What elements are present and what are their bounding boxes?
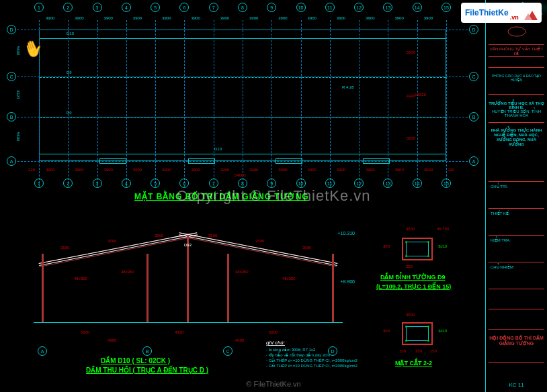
dimension: 3900	[278, 16, 287, 20]
dimension-total: 16520	[415, 93, 426, 97]
drawing-canvas[interactable]: D10 D9 D9 R.4.28 D10 1139003900223900390…	[0, 0, 485, 392]
dim: 300	[383, 244, 390, 248]
axis-bubble: 4	[122, 179, 131, 188]
dimension: 220	[28, 168, 35, 172]
axis-bubble: B	[469, 112, 478, 121]
axis-bubble: 10	[296, 179, 306, 188]
dimension: 3900	[46, 168, 54, 172]
dim: 4300	[108, 338, 116, 342]
dimension: 3900	[366, 16, 374, 20]
tb-logo-icon	[489, 26, 544, 40]
section-title-1: DẦM D10 ( SL: 02CK )	[101, 357, 170, 364]
logo-pyramid-icon-2	[524, 13, 532, 20]
dimension: 3900	[249, 16, 258, 20]
seg: 3500	[108, 239, 116, 243]
baseline	[34, 322, 343, 323]
elev-eave: +8.900	[340, 279, 355, 284]
axis-bubble: 10	[296, 3, 306, 12]
grid-line	[17, 77, 468, 77]
seg: 3500	[255, 239, 264, 243]
detail-subtitle: (L=109.2, TRỤC 1 ĐẾN 15)	[376, 283, 451, 290]
column	[332, 254, 334, 322]
dimension: 3900	[133, 16, 142, 20]
note-label: R.4.28	[342, 85, 354, 89]
rebar-icon	[405, 326, 407, 328]
app-logo: FileThietKe .vn	[461, 3, 542, 23]
logo-suffix: .vn	[510, 14, 519, 21]
tb-sheet-no: KC 11	[489, 382, 544, 388]
column	[227, 254, 229, 322]
dimension: 3900	[366, 168, 374, 172]
mark: 48x350	[121, 270, 134, 274]
tb-row: KIỂM TRA:	[489, 235, 544, 244]
rebar-icon	[405, 340, 407, 342]
tb-row: CHỦ NHIỆM:	[489, 262, 544, 271]
dim: 150	[430, 349, 437, 353]
ridge-post	[187, 235, 189, 322]
axis-bubble: 14	[413, 3, 422, 12]
axis-bubble: C	[469, 72, 478, 81]
axis-bubble: 15	[441, 3, 451, 12]
note-item: - Cốt THÉP d>=10 DÙNG THÉP CI, r=2000kg/…	[266, 363, 357, 368]
notes-block: ghi chú: - bt tông dầm 300#, R7 1x2 - lớ…	[266, 340, 357, 369]
note-item: - lớp bảo vệ cốt thép dầm dày 2cm	[266, 352, 357, 357]
axis-bubble: 2	[63, 179, 73, 188]
axis-bubble: 9	[267, 3, 276, 12]
dimension: 5600	[16, 46, 20, 55]
axis-bubble: B	[7, 112, 16, 121]
seg: 3500	[208, 234, 217, 238]
axis-bubble: 11	[325, 3, 335, 12]
pad	[188, 158, 215, 164]
dimension: 3900	[394, 16, 403, 20]
dimension: 3900	[308, 16, 317, 20]
elev-top: +10.310	[338, 231, 355, 236]
dimension: 220	[448, 168, 454, 172]
axis-bubble: 6	[179, 179, 189, 188]
dimension-total: 54600	[235, 173, 246, 177]
axis-bubble: D	[7, 25, 16, 34]
axis-bubble: 4	[122, 3, 131, 12]
axis-bubble: A	[7, 156, 16, 166]
axis-bubble: 3	[93, 3, 102, 12]
tb-drawing-name: HỘI ĐỒNG BỐ THÍ DẦM GIẰNG TƯỜNG	[489, 336, 544, 346]
watermark-footer: © FileThietKe.vn	[246, 380, 300, 388]
axis-bubble: 15	[441, 179, 451, 188]
dimension: 3900	[162, 16, 171, 20]
axis-bubble: B	[142, 346, 152, 356]
dimension: 3900	[220, 16, 229, 20]
rebar-icon	[405, 255, 407, 257]
axis-bubble: 3	[93, 179, 102, 188]
dimension: 3900	[337, 16, 345, 20]
tb-hangmuc: NHÀ XƯỞNG THỰC HÀNH NGHỀ ĐIỆN, NHÀ HỌC, …	[489, 128, 544, 146]
title-block: CÔNG TY CỔ PHẦN TƯ VẤN THIẾT KẾ D/A03-01…	[485, 0, 547, 392]
axis-bubble: 8	[238, 3, 247, 12]
dim: 4320	[175, 330, 183, 334]
dim: 5600	[81, 330, 89, 334]
dimension: 5600	[16, 132, 20, 141]
section-box	[402, 238, 433, 260]
svg-point-0	[508, 27, 525, 36]
dim: 3500	[406, 227, 415, 231]
tie-right	[179, 232, 337, 266]
dimension: 3900	[75, 168, 83, 172]
dim: 300	[383, 329, 390, 333]
axis-bubble: C	[7, 72, 16, 81]
notes-title: ghi chú:	[266, 340, 357, 346]
seg: 3500	[60, 246, 69, 250]
dimension: 3900	[104, 168, 113, 172]
detail-title: MẶT CẮT 2-2	[395, 360, 432, 366]
seg: 3500	[155, 234, 163, 238]
beam-label: D9	[67, 111, 72, 115]
tb-row: CHỦ TRÌ:	[489, 181, 544, 191]
note-item: - Cốt THÉP d<=10 DÙNG THÉP CI, r=2000kg/…	[266, 358, 357, 362]
mark: 48x350	[74, 277, 87, 281]
dimension: 4320	[16, 90, 20, 99]
section-view: +8.900 +10.310 D92 5600 4320 5600 4300 4…	[34, 222, 343, 342]
axis-bubble: 14	[413, 179, 422, 188]
axis-bubble: D	[469, 25, 478, 34]
dimension: 3900	[424, 16, 433, 20]
dim: 150	[399, 349, 406, 353]
detail-title: DẦM ĐỈNH TƯỜNG D9	[380, 274, 446, 281]
dimension: 3900	[308, 168, 317, 172]
axis-bubble: 1	[34, 179, 44, 188]
